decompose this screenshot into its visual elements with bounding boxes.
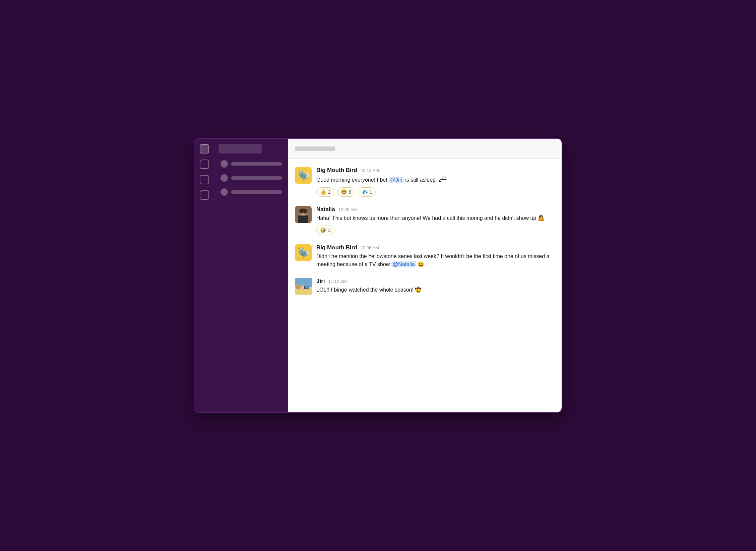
reactions-1: 👍 2 😂 8 💤 1 — [316, 187, 555, 197]
message-3: 🦤 Big Mouth Bird 10:36 AM Didn't he ment… — [295, 244, 555, 268]
message-header-2: Natalia 10:35 AM — [316, 206, 555, 213]
avatar-big-mouth-bird-2: 🦤 — [295, 244, 312, 261]
sidebar-label-3 — [231, 190, 282, 194]
reaction-count-thumbsup: 2 — [328, 189, 331, 195]
message-text-2: Haha! This bot knows us more than anyone… — [316, 214, 555, 222]
sidebar-search-bar[interactable] — [218, 144, 262, 154]
message-body-3: Big Mouth Bird 10:36 AM Didn't he mentio… — [316, 244, 555, 268]
message-body-4: Jiri 11:12 AM LOL!! I binge-watched the … — [316, 278, 555, 294]
avatar-big-mouth-bird-1: 🦤 — [295, 167, 312, 184]
app-window: 🦤 Big Mouth Bird 10:12 AM Good morning e… — [194, 138, 562, 413]
sender-name-1: Big Mouth Bird — [316, 167, 357, 174]
reaction-rofl[interactable]: 🤣 3 — [316, 226, 334, 235]
timestamp-2: 10:35 AM — [338, 207, 357, 212]
rail-icon-2[interactable] — [200, 160, 209, 169]
svg-rect-14 — [305, 286, 309, 289]
reaction-emoji-laugh: 😂 — [341, 189, 347, 195]
message-4: Jiri 11:12 AM LOL!! I binge-watched the … — [295, 278, 555, 295]
reaction-laugh[interactable]: 😂 8 — [337, 187, 355, 197]
chat-messages: 🦤 Big Mouth Bird 10:12 AM Good morning e… — [288, 159, 562, 412]
sender-name-4: Jiri — [316, 278, 325, 285]
rail-icon-4[interactable] — [200, 190, 209, 200]
sidebar-item-1[interactable] — [218, 159, 284, 169]
main-chat: 🦤 Big Mouth Bird 10:12 AM Good morning e… — [288, 139, 562, 412]
reaction-count-zzz: 1 — [370, 189, 372, 195]
reaction-thumbsup[interactable]: 👍 2 — [316, 187, 334, 197]
sidebar-label-1 — [231, 162, 282, 166]
message-1: 🦤 Big Mouth Bird 10:12 AM Good morning e… — [295, 167, 555, 197]
svg-point-15 — [296, 284, 301, 287]
svg-rect-2 — [298, 216, 308, 223]
timestamp-1: 10:12 AM — [361, 168, 379, 173]
timestamp-3: 10:36 AM — [361, 245, 379, 250]
mention-natalia: @Natalia — [391, 261, 416, 267]
rail-icon-home[interactable] — [200, 144, 209, 154]
message-header-1: Big Mouth Bird 10:12 AM — [316, 167, 555, 174]
reaction-emoji-rofl: 🤣 — [320, 227, 326, 233]
reaction-emoji-thumbsup: 👍 — [320, 189, 326, 195]
reactions-2: 🤣 3 — [316, 226, 555, 235]
message-text-1: Good morning everyone! I bet @Jiri is st… — [316, 175, 555, 184]
sidebar-avatar-3 — [220, 188, 228, 196]
icon-rail — [194, 139, 214, 412]
svg-rect-6 — [304, 212, 307, 213]
avatar-natalia — [295, 206, 312, 223]
sidebar-item-2[interactable] — [218, 173, 284, 183]
rail-icon-3[interactable] — [200, 175, 209, 184]
svg-rect-5 — [300, 212, 303, 213]
natalia-avatar-svg — [295, 206, 312, 223]
sender-name-3: Big Mouth Bird — [316, 244, 357, 251]
reaction-count-rofl: 3 — [328, 228, 331, 233]
message-text-3: Didn't he mention the Yellowstone series… — [316, 252, 555, 268]
avatar-jiri — [295, 278, 312, 295]
timestamp-4: 11:12 AM — [328, 279, 347, 284]
reaction-emoji-zzz: 💤 — [362, 189, 368, 195]
message-text-4: LOL!! I binge-watched the whole season! … — [316, 286, 555, 294]
sender-name-2: Natalia — [316, 206, 335, 213]
message-body-1: Big Mouth Bird 10:12 AM Good morning eve… — [316, 167, 555, 197]
message-header-4: Jiri 11:12 AM — [316, 278, 555, 285]
message-2: Natalia 10:35 AM Haha! This bot knows us… — [295, 206, 555, 235]
sidebar — [214, 139, 288, 412]
sidebar-label-2 — [231, 176, 282, 180]
reaction-zzz[interactable]: 💤 1 — [358, 187, 376, 197]
sidebar-item-3[interactable] — [218, 187, 284, 197]
jiri-avatar-svg — [295, 278, 312, 295]
sidebar-avatar-1 — [220, 160, 228, 168]
chat-header — [288, 139, 562, 159]
sidebar-avatar-2 — [220, 174, 228, 182]
reaction-count-laugh: 8 — [349, 189, 352, 195]
message-body-2: Natalia 10:35 AM Haha! This bot knows us… — [316, 206, 555, 235]
message-header-3: Big Mouth Bird 10:36 AM — [316, 244, 555, 251]
header-channel-name — [295, 146, 335, 151]
mention-jiri: @Jiri — [389, 177, 404, 183]
